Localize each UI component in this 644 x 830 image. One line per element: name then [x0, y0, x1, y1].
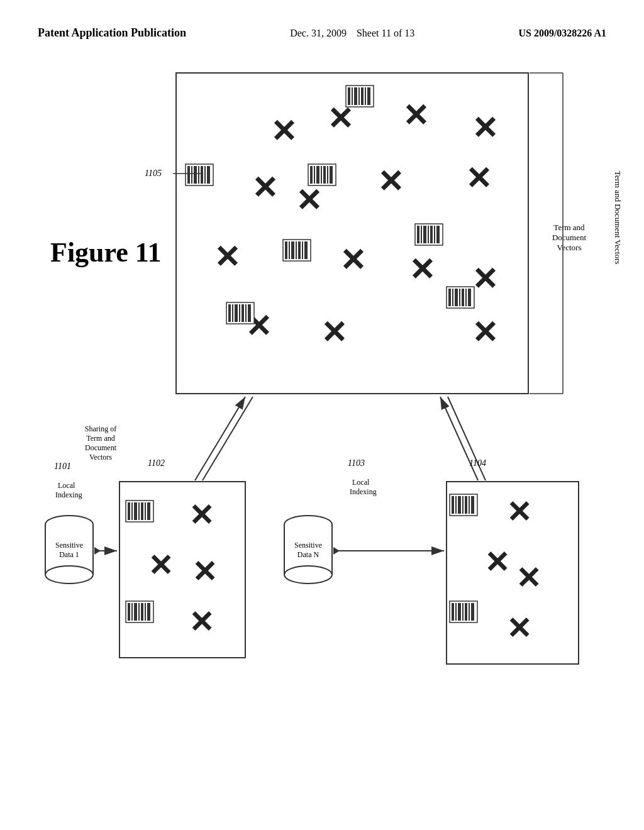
svg-rect-98 — [147, 603, 150, 621]
svg-rect-89 — [145, 502, 146, 520]
svg-text:Data N: Data N — [297, 550, 319, 559]
svg-text:✕: ✕ — [296, 183, 322, 218]
svg-rect-116 — [462, 603, 464, 621]
svg-rect-30 — [201, 166, 203, 184]
svg-rect-23 — [365, 87, 366, 105]
svg-rect-49 — [283, 240, 311, 261]
svg-rect-56 — [304, 241, 308, 259]
patent-number: US 2009/0328226 A1 — [518, 25, 606, 42]
svg-rect-105 — [452, 496, 454, 514]
svg-rect-78 — [119, 482, 245, 658]
svg-text:✕: ✕ — [377, 164, 404, 199]
svg-rect-22 — [361, 87, 364, 105]
svg-rect-50 — [285, 241, 287, 259]
svg-rect-25 — [186, 164, 213, 185]
svg-text:✕: ✕ — [472, 315, 498, 350]
svg-text:✕: ✕ — [409, 252, 435, 287]
svg-text:1103: 1103 — [348, 458, 365, 468]
svg-text:Term and: Term and — [86, 434, 114, 443]
svg-rect-69 — [459, 289, 460, 306]
svg-rect-52 — [291, 241, 294, 259]
svg-text:Local: Local — [58, 481, 75, 490]
svg-text:1104: 1104 — [469, 458, 486, 468]
svg-text:✕: ✕ — [506, 495, 531, 529]
svg-rect-55 — [302, 241, 303, 259]
svg-text:1101: 1101 — [54, 462, 71, 471]
main-content: Term and Document Vectors ✕ ✕ ✕ ✕ ✕ ✕ ✕ … — [0, 54, 644, 809]
svg-point-127 — [284, 516, 332, 533]
svg-text:Indexing: Indexing — [55, 490, 82, 499]
svg-text:✕: ✕ — [321, 315, 347, 350]
svg-rect-0 — [176, 73, 528, 394]
svg-rect-24 — [367, 87, 370, 105]
svg-rect-44 — [423, 226, 426, 243]
svg-line-138 — [195, 397, 245, 480]
svg-rect-112 — [450, 601, 477, 622]
svg-marker-137 — [333, 547, 340, 555]
svg-rect-43 — [421, 226, 422, 243]
svg-rect-65 — [447, 287, 474, 308]
svg-rect-92 — [128, 603, 130, 621]
svg-rect-20 — [354, 87, 357, 105]
publication-title: Patent Application Publication — [38, 25, 186, 41]
svg-text:✕: ✕ — [189, 606, 214, 639]
svg-point-131 — [284, 566, 332, 584]
svg-text:✕: ✕ — [472, 111, 498, 146]
diagram-svg: Term and Document Vectors ✕ ✕ ✕ ✕ ✕ ✕ ✕ … — [0, 54, 644, 809]
svg-rect-59 — [232, 304, 233, 322]
svg-rect-86 — [134, 502, 137, 520]
svg-rect-99 — [447, 482, 579, 664]
svg-rect-114 — [455, 603, 457, 621]
svg-rect-62 — [242, 304, 244, 322]
svg-rect-66 — [448, 289, 451, 306]
svg-rect-51 — [289, 241, 290, 259]
svg-text:✕: ✕ — [465, 161, 492, 196]
svg-rect-18 — [348, 87, 350, 105]
svg-rect-71 — [465, 289, 467, 306]
svg-rect-47 — [434, 226, 435, 243]
svg-rect-39 — [327, 166, 328, 184]
svg-text:Vectors: Vectors — [89, 453, 112, 462]
svg-rect-115 — [458, 603, 461, 621]
svg-rect-72 — [468, 289, 471, 306]
svg-point-124 — [45, 566, 93, 584]
svg-text:Term and: Term and — [553, 223, 585, 232]
svg-rect-96 — [141, 603, 143, 621]
svg-text:✕: ✕ — [189, 499, 214, 532]
svg-rect-117 — [465, 603, 467, 621]
svg-rect-33 — [308, 164, 336, 185]
svg-rect-40 — [330, 166, 333, 184]
svg-text:Indexing: Indexing — [350, 487, 377, 496]
svg-text:✕: ✕ — [148, 549, 173, 582]
svg-rect-85 — [131, 502, 133, 520]
svg-rect-97 — [145, 603, 146, 621]
svg-text:✕: ✕ — [472, 262, 498, 297]
svg-rect-87 — [138, 502, 140, 520]
svg-rect-28 — [194, 166, 197, 184]
svg-text:Vectors: Vectors — [557, 243, 582, 252]
svg-text:Sharing of: Sharing of — [85, 424, 116, 433]
svg-rect-68 — [455, 289, 458, 306]
svg-text:✕: ✕ — [245, 309, 272, 344]
svg-text:Document: Document — [85, 443, 117, 452]
page-header: Patent Application Publication Dec. 31, … — [0, 0, 644, 54]
svg-rect-41 — [415, 224, 443, 245]
svg-text:✕: ✕ — [252, 170, 278, 206]
sheet-info: Sheet 11 of 13 — [357, 28, 414, 38]
svg-rect-26 — [187, 166, 190, 184]
svg-text:✕: ✕ — [192, 555, 217, 589]
svg-text:Data 1: Data 1 — [59, 550, 79, 559]
svg-rect-84 — [128, 502, 130, 520]
svg-rect-83 — [126, 501, 153, 522]
svg-text:1105: 1105 — [145, 169, 162, 178]
header-date-sheet: Dec. 31, 2009 Sheet 11 of 13 — [290, 25, 414, 42]
svg-rect-109 — [465, 496, 467, 514]
svg-rect-36 — [316, 166, 319, 184]
svg-rect-110 — [469, 496, 470, 514]
svg-rect-32 — [207, 166, 210, 184]
svg-rect-35 — [314, 166, 315, 184]
svg-rect-63 — [245, 304, 247, 322]
svg-rect-42 — [417, 226, 419, 243]
svg-text:Local: Local — [352, 478, 370, 487]
svg-text:✕: ✕ — [506, 612, 531, 645]
